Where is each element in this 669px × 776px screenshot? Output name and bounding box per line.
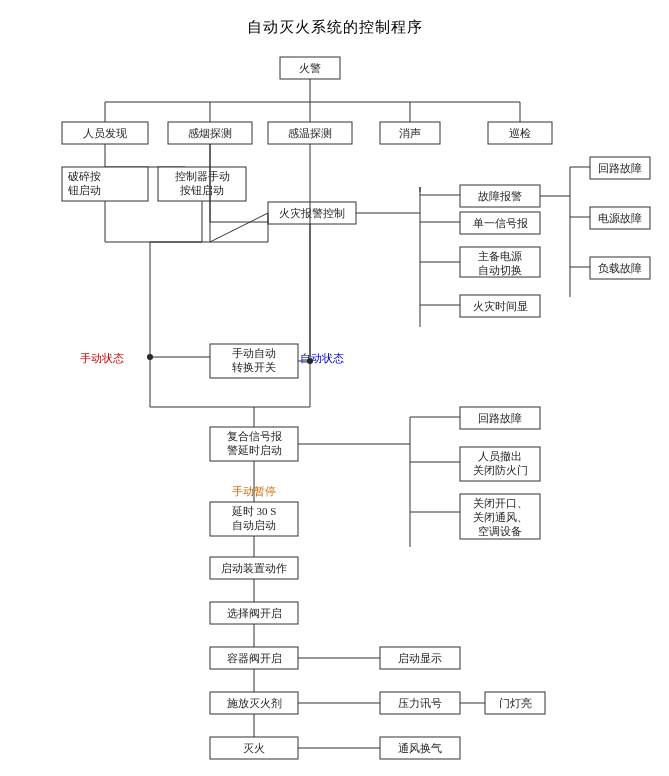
- label-pressure-signal: 压力讯号: [398, 697, 442, 709]
- label-silence: 消声: [399, 127, 421, 139]
- label-start-display: 启动显示: [398, 652, 442, 664]
- page: 自动灭火系统的控制程序 火警 人员发现 感烟探测 感温探测 消声 巡检: [0, 0, 669, 776]
- label-start-device: 启动装置动作: [221, 562, 287, 574]
- label-fire-alarm: 火警: [299, 62, 321, 74]
- label-ventilation: 通风换气: [398, 742, 442, 754]
- label-compound-signal-1: 复合信号报: [226, 430, 281, 442]
- label-heat: 感温探测: [288, 127, 332, 139]
- label-delay-auto-2: 自动启动: [232, 519, 276, 531]
- label-load-fault: 负载故障: [598, 262, 642, 274]
- label-select-valve: 选择阀开启: [226, 607, 281, 619]
- label-release-agent: 施放灭火剂: [226, 697, 281, 709]
- label-close-opening-2: 关闭通风、: [472, 511, 527, 523]
- label-break-button-1: 破碎按: [66, 170, 100, 182]
- label-circuit-fault2: 回路故障: [478, 412, 522, 424]
- label-fault-alarm: 故障报警: [478, 190, 522, 202]
- label-manual-auto-1: 手动自动: [232, 347, 276, 359]
- label-power-switch-2: 自动切换: [478, 264, 522, 276]
- label-fire-time: 火灾时间显: [472, 300, 527, 312]
- label-delay-auto-1: 延时 30 S: [230, 505, 276, 517]
- label-smoke: 感烟探测: [188, 127, 232, 139]
- label-controller-1: 控制器手动: [174, 170, 229, 182]
- label-container-valve: 容器阀开启: [226, 652, 281, 664]
- label-power-fault: 电源故障: [598, 212, 642, 224]
- label-power-switch-1: 主备电源: [478, 250, 522, 262]
- label-extinguish: 灭火: [243, 742, 265, 754]
- label-controller-2: 按钮启动: [180, 184, 224, 196]
- label-personnel: 人员发现: [83, 127, 127, 139]
- label-fire-controller: 火灾报警控制: [279, 207, 345, 219]
- label-close-opening-1: 关闭开口、: [472, 497, 527, 509]
- label-close-opening-3: 空调设备: [478, 525, 522, 537]
- flowchart-diagram: 火警 人员发现 感烟探测 感温探测 消声 巡检 破碎按 钮启动: [10, 47, 660, 776]
- label-evacuate-2: 关闭防火门: [472, 464, 527, 476]
- page-title: 自动灭火系统的控制程序: [0, 0, 669, 47]
- label-auto-state: 自动状态: [300, 352, 344, 364]
- label-evacuate-1: 人员撤出: [478, 450, 522, 462]
- label-single-signal: 单一信号报: [472, 217, 527, 229]
- label-compound-signal-2: 警延时启动: [226, 444, 281, 456]
- label-patrol: 巡检: [509, 127, 531, 139]
- label-break-button-2: 钮启动: [66, 184, 100, 196]
- label-manual-auto-2: 转换开关: [232, 361, 276, 373]
- label-manual-state: 手动状态: [80, 352, 124, 364]
- svg-line-14: [210, 213, 268, 242]
- label-door-light: 门灯亮: [498, 697, 531, 709]
- label-circuit-fault1: 回路故障: [598, 162, 642, 174]
